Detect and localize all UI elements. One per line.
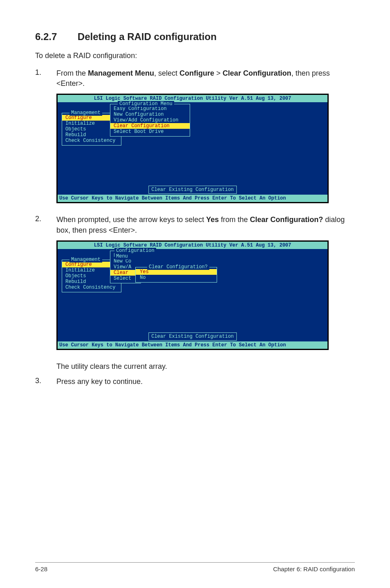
step-1-bold-3: Clear Configuration: [223, 69, 291, 77]
cfg-item-new-2[interactable]: New Co: [110, 258, 141, 264]
step-2-number: 2.: [35, 215, 56, 235]
cfg-item-new[interactable]: New Configuration: [110, 112, 190, 117]
footer-page-number: 6-28: [35, 566, 47, 572]
configuration-menu-label-2: Configuration Menu: [114, 248, 156, 259]
section-heading: 6.2.7 Deleting a RAID configuration: [35, 31, 355, 43]
console-body: Management Configure Initialize Objects …: [58, 102, 327, 197]
console-screenshot-2: LSI Logic Software RAID Configuration Ut…: [56, 240, 329, 350]
step-2-bold-1: Yes: [206, 215, 219, 224]
step-2-text: When prompted, use the arrow keys to sel…: [56, 215, 355, 235]
section-number: 6.2.7: [35, 31, 57, 43]
dialog-option-yes[interactable]: Yes: [136, 269, 217, 275]
cfg-item-easy[interactable]: Easy Configuration: [110, 106, 190, 112]
cfg-item-clear[interactable]: Clear Configuration: [110, 123, 190, 129]
step-2b-spacer: [35, 361, 56, 372]
management-menu-label-2: Management: [69, 257, 102, 263]
mgmt-item-check-consistency[interactable]: Check Consistency: [62, 138, 121, 144]
console-title-2: LSI Logic Software RAID Configuration Ut…: [58, 242, 327, 249]
console-message-2: Clear Existing Configuration: [148, 332, 237, 341]
configuration-menu-box: Configuration Menu Easy Configuration Ne…: [110, 104, 190, 137]
step-2-bold-2: Clear Configuration?: [250, 215, 323, 224]
management-menu-label: Management: [69, 110, 102, 116]
step-2b-text: The utility clears the current array.: [56, 361, 355, 372]
step-1-mid-1: , select: [154, 69, 179, 77]
configuration-menu-label: Configuration Menu: [118, 101, 174, 107]
step-2-result: The utility clears the current array.: [35, 361, 355, 372]
step-1-number: 1.: [35, 68, 56, 89]
cfg-item-viewadd[interactable]: View/Add Configuration: [110, 117, 190, 123]
console-message: Clear Existing Configuration: [148, 186, 237, 194]
step-2: 2. When prompted, use the arrow keys to …: [35, 215, 355, 235]
clear-configuration-dialog-label: Clear Configuration?: [147, 264, 209, 270]
step-2-prefix: When prompted, use the arrow keys to sel…: [56, 215, 206, 224]
console-footer: Use Cursor Keys to Navigate Between Item…: [58, 195, 327, 202]
clear-configuration-dialog: Clear Configuration? Yes No: [135, 267, 217, 283]
mgmt-item-check-consistency-2[interactable]: Check Consistency: [62, 285, 121, 290]
step-3: 3. Press any key to continue.: [35, 377, 355, 387]
section-title: Deleting a RAID configuration: [78, 31, 217, 43]
footer-rule: [35, 562, 355, 563]
step-3-number: 3.: [35, 377, 56, 387]
intro-text: To delete a RAID configuration:: [35, 52, 355, 60]
console-title: LSI Logic Software RAID Configuration Ut…: [58, 95, 327, 102]
page-footer: 6-28 Chapter 6: RAID configuration: [35, 566, 355, 572]
step-3-text: Press any key to continue.: [56, 377, 355, 387]
step-2-mid-1: from the: [219, 215, 250, 224]
cfg-item-selectboot[interactable]: Select Boot Drive: [110, 129, 190, 135]
step-1-prefix: From the: [56, 69, 88, 77]
step-1-gt: >: [214, 69, 223, 77]
console-screenshot-1: LSI Logic Software RAID Configuration Ut…: [56, 94, 329, 203]
footer-chapter: Chapter 6: RAID configuration: [273, 566, 355, 572]
step-1: 1. From the Management Menu, select Conf…: [35, 68, 355, 89]
dialog-option-no[interactable]: No: [136, 275, 217, 281]
step-1-text: From the Management Menu, select Configu…: [56, 68, 355, 89]
step-1-bold-1: Management Menu: [88, 69, 154, 77]
console-body-2: Management Configure Initialize Objects …: [58, 249, 327, 344]
step-1-bold-2: Configure: [179, 69, 214, 77]
console-footer-2: Use Cursor Keys to Navigate Between Item…: [58, 341, 327, 349]
